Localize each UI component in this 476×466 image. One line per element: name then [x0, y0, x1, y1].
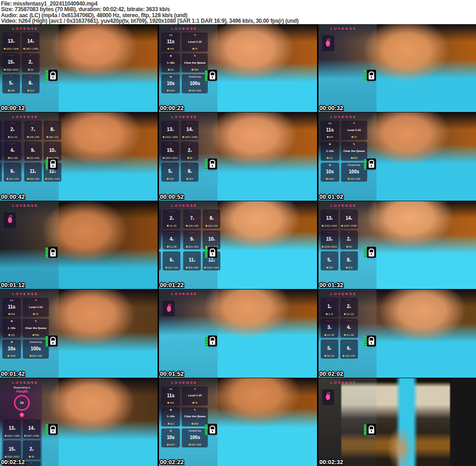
token-icon — [189, 444, 191, 446]
timestamp-label: 00:00:22 — [160, 105, 184, 112]
token-cost: 999 — [351, 157, 357, 159]
timestamp-label: 00:01:42 — [1, 370, 25, 377]
tip-seconds: 11s — [189, 258, 195, 263]
tip-seconds: 15s — [9, 447, 15, 452]
token-icon — [27, 90, 29, 92]
token-range: 99 — [187, 157, 192, 159]
token-icon — [27, 157, 29, 159]
tip-menu-item: -----13s1002~1666 — [321, 210, 338, 229]
tip-seconds: 2s — [170, 216, 174, 221]
tip-menu-item: ✕Level 1-1575 — [23, 298, 49, 317]
token-icon — [23, 48, 25, 50]
tip-seconds: 5s — [327, 346, 331, 351]
token-cost: 111 — [168, 422, 174, 425]
tip-menu-item: ≈5s169 — [2, 74, 20, 93]
tip-menu-pages: -----1s2~9-----2s10~20-----3s21~50-----4… — [0, 121, 61, 182]
tip-menu-item: -----11s666~999 — [24, 163, 42, 182]
token-icon — [163, 136, 165, 138]
token-icon — [344, 313, 346, 315]
token-icon — [351, 136, 353, 138]
token-range: 1667~2499 — [23, 47, 39, 50]
tip-menu-item: -----5s69~99 — [159, 251, 161, 270]
token-icon — [327, 136, 329, 138]
token-range: 100~144 — [165, 266, 178, 269]
tip-menu-item: -----3s21~50 — [0, 142, 2, 161]
tip-menu-item: ∿8s223 — [23, 461, 40, 466]
token-range: 2~9 — [326, 313, 332, 315]
tip-menu-item: -----5s69~99 — [0, 163, 2, 182]
timestamp-label: 00:01:52 — [160, 370, 184, 377]
tip-menu-item: ⊞10s4444 — [2, 340, 21, 359]
token-icon — [46, 136, 48, 138]
tip-menu-panel-wide: ∧∧11s444✕Level 1-1575✽1~10s111✎Clear the… — [2, 298, 49, 359]
token-icon — [27, 178, 29, 180]
lovense-logo: LOVENSE — [171, 26, 197, 31]
toy-status-panel — [4, 212, 16, 228]
token-icon — [192, 69, 193, 71]
token-range: 1000~1001 — [204, 266, 219, 269]
pattern-glyph: ----- — [346, 341, 352, 343]
tip-menu-item: -----13s1002~1666 — [2, 33, 20, 52]
lock-level-meter — [364, 336, 366, 347]
token-icon — [7, 178, 8, 180]
lovense-logo: LOVENSE — [12, 203, 38, 208]
tip-menu-item: -----2s10~20 — [163, 210, 180, 229]
video-frame-thumbnail: LOVENSE 00:01:12 — [0, 201, 158, 289]
pattern-glyph: ----- — [30, 164, 36, 166]
token-cost: 75 — [192, 401, 198, 404]
pattern-glyph: ----- — [169, 210, 175, 213]
menu-item-label: 10s — [167, 435, 175, 440]
tip-menu-item: Control toy100s500~998 — [182, 428, 208, 447]
toy-icon — [8, 217, 12, 223]
tip-menu-item: -----3s21~50 — [321, 319, 338, 338]
token-icon — [167, 48, 169, 50]
token-icon — [186, 178, 188, 180]
tip-menu-item: ∧∧11s444 — [161, 387, 180, 406]
token-range: 166~221 — [46, 136, 59, 138]
tip-menu-item: -----7s145~165 — [183, 210, 201, 229]
toy-status-panel — [322, 389, 334, 405]
video-frame-thumbnail: LOVENSE ∧∧11s444✕Level 1-1575✽1~10s111✎C… — [159, 378, 317, 466]
video-frame-thumbnail: LOVENSE -----13s1002~1666-----14s1667~24… — [318, 201, 476, 289]
tip-seconds: 2s — [347, 237, 351, 242]
tip-menu-item: -----2s10~20 — [4, 121, 21, 140]
tip-seconds: 15s — [326, 237, 332, 242]
lock-icon — [364, 335, 376, 348]
menu-item-label: 11s — [326, 128, 334, 132]
token-icon — [4, 48, 6, 50]
token-cost: 111 — [168, 68, 174, 71]
tip-menu-item: ✕Level 1-1575 — [341, 121, 367, 140]
lovense-logo: LOVENSE — [331, 203, 357, 208]
token-icon — [192, 48, 194, 50]
lock-level-meter — [364, 159, 366, 170]
token-cost: 444 — [167, 401, 174, 404]
tip-menu-item: ∿8s223 — [181, 163, 198, 182]
token-icon — [205, 225, 207, 227]
lock-level-meter — [364, 71, 366, 81]
pattern-glyph: ----- — [49, 122, 55, 124]
pattern-glyph: ∿ — [189, 164, 191, 166]
token-icon — [8, 90, 10, 92]
tip-menu-item: -----5s69~99 — [321, 340, 338, 359]
lovense-logo: LOVENSE — [171, 203, 197, 208]
token-range: 222~443 — [186, 245, 198, 248]
tip-seconds: 8s — [210, 216, 214, 221]
timestamp-label: 00:00:32 — [319, 105, 343, 112]
token-icon — [167, 178, 169, 180]
menu-item-label: Level 1-15 — [347, 129, 361, 132]
lock-caption-dashes — [368, 435, 375, 436]
token-cost: 999 — [192, 422, 198, 425]
token-cost: 75 — [192, 47, 198, 50]
menu-item-icon: ✽ — [11, 320, 13, 322]
token-range: 169 — [167, 177, 173, 180]
tip-menu-item: -----4s51~68 — [4, 142, 21, 161]
padlock-icon — [367, 335, 376, 347]
lock-icon — [46, 158, 58, 171]
tip-menu-item: ⊞10s4444 — [161, 428, 180, 447]
token-icon — [163, 157, 165, 159]
lock-caption-dashes — [209, 347, 216, 348]
menu-item-icon: ✽ — [170, 408, 172, 411]
menu-item-icon: ✎ — [353, 143, 355, 145]
pattern-glyph: ≈ — [169, 164, 171, 166]
lock-caption-dashes — [49, 81, 57, 82]
